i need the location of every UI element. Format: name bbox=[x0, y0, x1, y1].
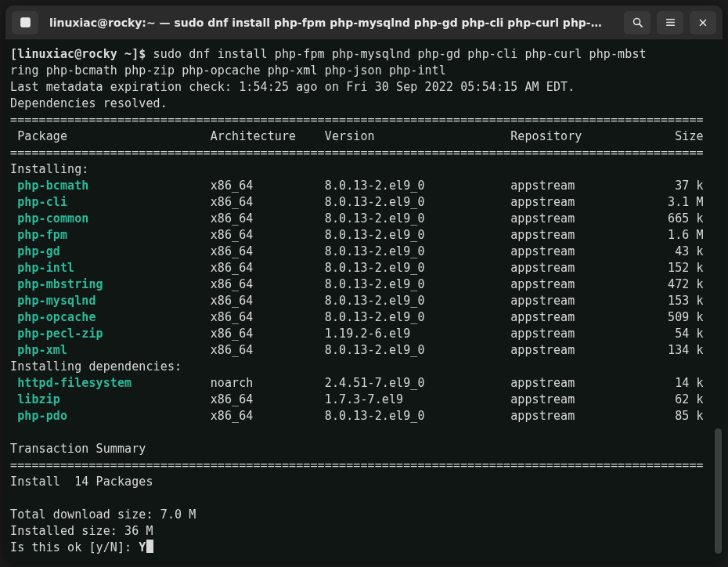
menu-button[interactable] bbox=[657, 11, 683, 34]
package-name: php-opcache bbox=[17, 310, 96, 324]
confirm-input[interactable]: Y bbox=[139, 540, 146, 554]
new-tab-button[interactable] bbox=[12, 11, 38, 34]
close-button[interactable] bbox=[690, 11, 716, 34]
text-cursor bbox=[146, 540, 153, 553]
package-name: php-pecl-zip bbox=[17, 327, 103, 341]
package-name: php-xml bbox=[17, 343, 67, 357]
svg-line-4 bbox=[639, 24, 641, 27]
package-name: php-bcmath bbox=[17, 179, 88, 193]
new-tab-icon bbox=[20, 16, 31, 28]
package-name: httpd-filesystem bbox=[17, 376, 132, 390]
package-name: php-intl bbox=[17, 261, 74, 275]
close-icon bbox=[697, 17, 708, 28]
package-name: php-common bbox=[17, 211, 88, 226]
search-icon bbox=[632, 16, 643, 28]
shell-prompt: [linuxiac@rocky ~]$ bbox=[10, 47, 146, 61]
package-name: php-fpm bbox=[17, 228, 67, 242]
package-name: php-mysqlnd bbox=[17, 294, 96, 308]
titlebar: linuxiac@rocky:~ — sudo dnf install php-… bbox=[5, 5, 723, 40]
terminal-window: linuxiac@rocky:~ — sudo dnf install php-… bbox=[5, 5, 723, 562]
scrollbar-thumb[interactable] bbox=[715, 428, 722, 554]
package-name: php-pdo bbox=[17, 409, 67, 423]
terminal-output[interactable]: [linuxiac@rocky ~]$ sudo dnf install php… bbox=[5, 40, 723, 562]
titlebar-right-group bbox=[624, 11, 716, 34]
search-button[interactable] bbox=[624, 11, 651, 34]
package-name: php-cli bbox=[17, 195, 67, 209]
package-name: php-gd bbox=[17, 244, 60, 258]
window-title: linuxiac@rocky:~ — sudo dnf install php-… bbox=[45, 16, 618, 29]
hamburger-icon bbox=[665, 16, 676, 28]
package-name: libzip bbox=[17, 392, 60, 406]
package-name: php-mbstring bbox=[17, 277, 103, 291]
